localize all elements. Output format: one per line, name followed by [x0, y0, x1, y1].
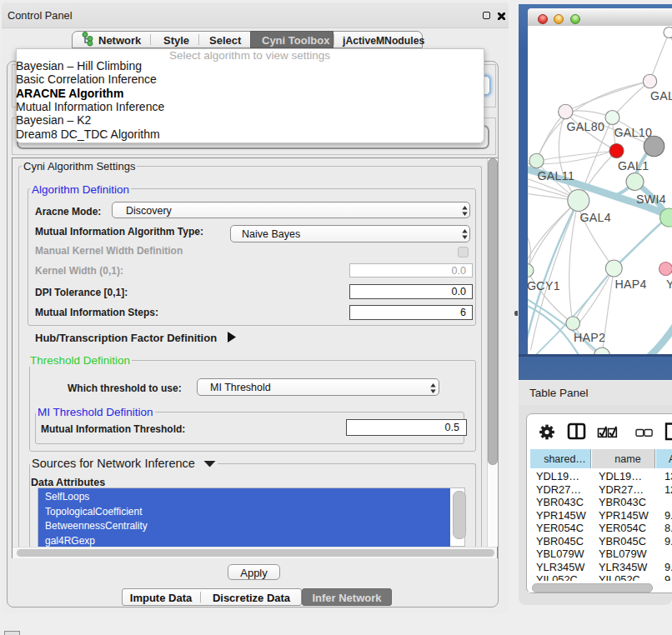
- svg-text:HAP4: HAP4: [614, 278, 646, 291]
- svg-text:GAL4: GAL4: [579, 211, 610, 224]
- svg-text:GAL1: GAL1: [618, 159, 649, 172]
- svg-text:GCY1: GCY1: [528, 279, 560, 292]
- svg-text:GAL10: GAL10: [614, 126, 652, 139]
- svg-text:GAL7: GAL7: [650, 89, 672, 102]
- svg-text:HAP2: HAP2: [574, 331, 605, 344]
- svg-text:SWI4: SWI4: [636, 192, 666, 206]
- svg-text:YJ: YJ: [666, 278, 672, 291]
- svg-text:GAL11: GAL11: [537, 169, 574, 182]
- svg-text:GAL80: GAL80: [566, 120, 604, 133]
